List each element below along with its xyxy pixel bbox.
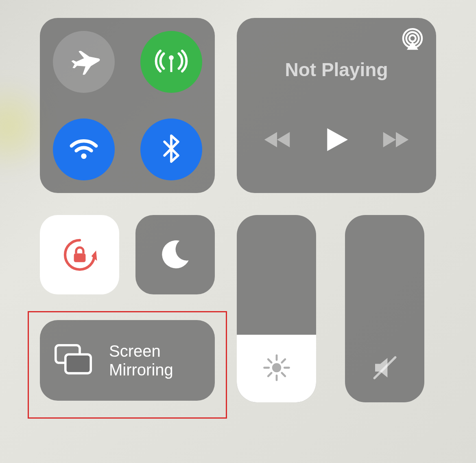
airplane-icon [67,44,101,80]
screen-mirroring-icon [53,343,94,377]
connectivity-group[interactable] [40,18,215,193]
brightness-icon [258,349,295,386]
wifi-toggle[interactable] [53,118,115,180]
rotation-lock-toggle[interactable] [40,215,119,294]
svg-rect-1 [170,57,172,72]
svg-point-9 [272,363,281,372]
svg-line-16 [268,373,271,376]
svg-rect-6 [74,253,85,262]
media-status-label: Not Playing [237,59,436,81]
rotation-lock-icon [58,232,102,278]
cellular-data-toggle[interactable] [140,31,202,93]
volume-slider[interactable] [345,215,424,402]
antenna-icon [154,44,188,80]
media-panel[interactable]: Not Playing [237,18,436,193]
svg-line-15 [282,373,285,376]
moon-icon [158,237,193,273]
do-not-disturb-toggle[interactable] [135,215,215,294]
bluetooth-icon [154,132,188,167]
next-track-button[interactable] [380,129,412,151]
previous-track-button[interactable] [261,129,293,151]
airplay-audio-icon[interactable] [400,27,426,51]
svg-line-14 [268,359,271,362]
svg-point-3 [409,35,415,41]
wifi-icon [67,132,101,167]
play-button[interactable] [322,125,351,156]
screen-mirroring-button[interactable]: Screen Mirroring [40,320,215,401]
svg-rect-8 [66,354,91,373]
media-controls [237,125,436,156]
brightness-slider[interactable] [237,215,316,402]
screen-mirroring-label: Screen Mirroring [109,342,173,379]
svg-point-2 [81,153,86,158]
airplane-mode-toggle[interactable] [53,31,115,93]
volume-muted-icon [367,349,403,386]
svg-line-17 [282,359,285,362]
bluetooth-toggle[interactable] [140,118,202,180]
